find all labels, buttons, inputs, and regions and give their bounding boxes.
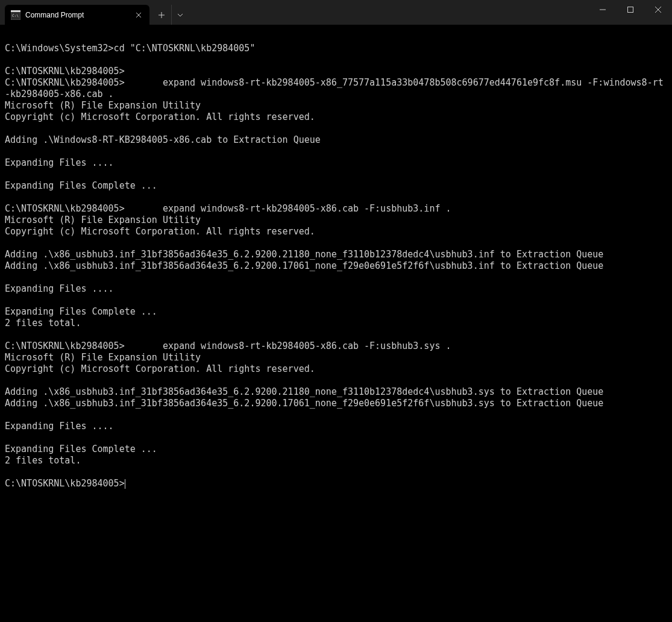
terminal-line bbox=[5, 329, 667, 341]
terminal-line: Copyright (c) Microsoft Corporation. All… bbox=[5, 226, 667, 237]
terminal-line bbox=[5, 146, 667, 157]
terminal-line bbox=[5, 466, 667, 478]
terminal-line: 2 files total. bbox=[5, 455, 667, 466]
terminal-line: C:\NTOSKRNL\kb2984005> expand windows8-r… bbox=[5, 341, 667, 352]
tab-dropdown-button[interactable] bbox=[171, 5, 188, 25]
cursor bbox=[125, 479, 125, 489]
titlebar: C:\ Command Prompt bbox=[0, 0, 672, 25]
terminal-line bbox=[5, 295, 667, 306]
cmd-icon: C:\ bbox=[11, 10, 20, 20]
terminal-output[interactable]: C:\Windows\System32>cd "C:\NTOSKRNL\kb29… bbox=[0, 25, 672, 622]
terminal-line: Expanding Files .... bbox=[5, 157, 667, 169]
terminal-line bbox=[5, 169, 667, 180]
terminal-line: Microsoft (R) File Expansion Utility bbox=[5, 215, 667, 226]
tab-title: Command Prompt bbox=[25, 11, 129, 19]
terminal-line: Expanding Files Complete ... bbox=[5, 306, 667, 318]
terminal-line: Copyright (c) Microsoft Corporation. All… bbox=[5, 112, 667, 123]
svg-rect-1 bbox=[11, 10, 20, 12]
svg-text:C:\: C:\ bbox=[12, 13, 19, 17]
terminal-line: C:\NTOSKRNL\kb2984005> expand windows8-r… bbox=[5, 203, 667, 215]
terminal-line bbox=[5, 54, 667, 66]
tab-close-button[interactable] bbox=[134, 10, 143, 20]
terminal-line: Adding .\x86_usbhub3.inf_31bf3856ad364e3… bbox=[5, 386, 667, 398]
svg-rect-8 bbox=[628, 7, 633, 13]
window-controls bbox=[589, 0, 672, 19]
maximize-button[interactable] bbox=[617, 0, 644, 19]
terminal-line bbox=[5, 375, 667, 386]
terminal-line bbox=[5, 123, 667, 134]
terminal-line: 2 files total. bbox=[5, 318, 667, 329]
terminal-line: C:\NTOSKRNL\kb2984005> bbox=[5, 66, 667, 77]
terminal-line: Adding .\x86_usbhub3.inf_31bf3856ad364e3… bbox=[5, 249, 667, 260]
new-tab-button[interactable] bbox=[152, 5, 171, 25]
minimize-button[interactable] bbox=[589, 0, 617, 19]
terminal-line: Adding .\Windows8-RT-KB2984005-x86.cab t… bbox=[5, 134, 667, 146]
terminal-line: Microsoft (R) File Expansion Utility bbox=[5, 100, 667, 112]
terminal-line: C:\NTOSKRNL\kb2984005> expand windows8-r… bbox=[5, 77, 667, 100]
terminal-line: Adding .\x86_usbhub3.inf_31bf3856ad364e3… bbox=[5, 398, 667, 409]
terminal-line: C:\NTOSKRNL\kb2984005> bbox=[5, 478, 667, 489]
terminal-line: Expanding Files .... bbox=[5, 421, 667, 432]
terminal-line bbox=[5, 272, 667, 283]
terminal-line: Copyright (c) Microsoft Corporation. All… bbox=[5, 363, 667, 375]
terminal-line: Expanding Files .... bbox=[5, 283, 667, 295]
terminal-line bbox=[5, 192, 667, 203]
terminal-line: Microsoft (R) File Expansion Utility bbox=[5, 352, 667, 363]
terminal-line: Expanding Files Complete ... bbox=[5, 444, 667, 455]
terminal-line bbox=[5, 432, 667, 444]
terminal-line: C:\Windows\System32>cd "C:\NTOSKRNL\kb29… bbox=[5, 43, 667, 54]
terminal-line bbox=[5, 409, 667, 421]
close-button[interactable] bbox=[644, 0, 672, 19]
terminal-line: Adding .\x86_usbhub3.inf_31bf3856ad364e3… bbox=[5, 260, 667, 272]
tab-active[interactable]: C:\ Command Prompt bbox=[5, 5, 149, 25]
terminal-line: Expanding Files Complete ... bbox=[5, 180, 667, 192]
terminal-line bbox=[5, 237, 667, 249]
